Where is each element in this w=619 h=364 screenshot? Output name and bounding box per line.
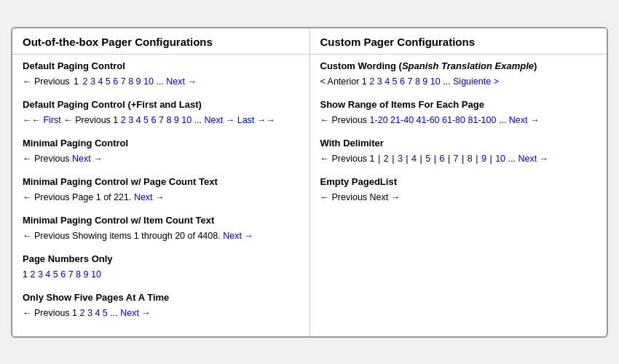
fl-page-4[interactable]: 4 bbox=[136, 115, 141, 125]
pager-minimal-itemcount: ← Previous Showing items 1 through 20 of… bbox=[23, 229, 299, 243]
fp-next-link[interactable]: Next → bbox=[120, 308, 151, 318]
pno-page-10[interactable]: 10 bbox=[91, 269, 101, 280]
del-page-6[interactable]: 6 bbox=[439, 154, 444, 164]
del-page-4[interactable]: 4 bbox=[411, 154, 417, 164]
page-link-9[interactable]: 9 bbox=[136, 76, 141, 87]
pno-page-4[interactable]: 4 bbox=[45, 269, 50, 280]
pager-minimal: ← Previous Next → bbox=[23, 151, 299, 166]
first-link[interactable]: ←← First bbox=[23, 115, 61, 125]
sp-siguiente-link[interactable]: Siguiente > bbox=[453, 76, 499, 87]
pager-spanish: < Anterior 1 2 3 4 5 6 7 8 9 10 ... Sigu… bbox=[320, 74, 597, 89]
pno-page-6[interactable]: 6 bbox=[60, 269, 66, 280]
fl-page-8[interactable]: 8 bbox=[166, 115, 171, 125]
right-column: Custom Wording (Spanish Translation Exam… bbox=[310, 55, 607, 336]
del-next-link[interactable]: Next → bbox=[518, 154, 548, 164]
mpc-next-link[interactable]: Next → bbox=[134, 192, 165, 202]
sp-page-3[interactable]: 3 bbox=[377, 76, 382, 87]
range-61-80[interactable]: 61-80 bbox=[442, 115, 465, 125]
page-link-3[interactable]: 3 bbox=[90, 76, 95, 87]
pno-page-3[interactable]: 3 bbox=[38, 269, 43, 280]
right-column-header: Custom Pager Configurations bbox=[310, 28, 607, 54]
section-title-minimal: Minimal Paging Control bbox=[23, 138, 299, 149]
pno-page-7[interactable]: 7 bbox=[68, 269, 74, 280]
section-title-range: Show Range of Items For Each Page bbox=[320, 99, 597, 110]
fl-page-5[interactable]: 5 bbox=[143, 115, 149, 125]
del-page-8[interactable]: 8 bbox=[468, 154, 473, 164]
page-link-7[interactable]: 7 bbox=[121, 76, 126, 87]
del-page-9[interactable]: 9 bbox=[481, 154, 486, 164]
section-default-paging: Default Paging Control ← Previous 1 2 3 … bbox=[23, 60, 299, 89]
page-link-5[interactable]: 5 bbox=[106, 76, 111, 87]
section-title-firstlast: Default Paging Control (+First and Last) bbox=[23, 99, 299, 110]
left-column: Default Paging Control ← Previous 1 2 3 … bbox=[12, 55, 310, 336]
fp-page-4[interactable]: 4 bbox=[95, 308, 100, 318]
page-link-4[interactable]: 4 bbox=[98, 76, 103, 87]
section-pagenumbers: Page Numbers Only 1 2 3 4 5 6 7 8 9 10 bbox=[23, 253, 299, 282]
left-column-header: Out-of-the-box Pager Configurations bbox=[12, 28, 310, 54]
section-title-minimal-pagecount: Minimal Paging Control w/ Page Count Tex… bbox=[23, 176, 299, 187]
fl-page-6[interactable]: 6 bbox=[151, 115, 157, 125]
sp-page-10[interactable]: 10 bbox=[430, 76, 441, 87]
header-row: Out-of-the-box Pager Configurations Cust… bbox=[12, 28, 607, 55]
range-41-60[interactable]: 41-60 bbox=[417, 115, 440, 125]
page-link-6[interactable]: 6 bbox=[113, 76, 118, 87]
fl-page-10[interactable]: 10 bbox=[181, 115, 192, 125]
section-range: Show Range of Items For Each Page ← Prev… bbox=[320, 99, 597, 127]
sp-page-8[interactable]: 8 bbox=[415, 76, 420, 87]
fl-page-2[interactable]: 2 bbox=[121, 115, 126, 125]
minimal-next-link[interactable]: Next → bbox=[72, 154, 103, 164]
range-21-40[interactable]: 21-40 bbox=[390, 115, 414, 125]
fl-page-7[interactable]: 7 bbox=[159, 115, 164, 125]
section-fivepages: Only Show Five Pages At A Time ← Previou… bbox=[23, 292, 299, 320]
section-title-pagenumbers: Page Numbers Only bbox=[23, 253, 299, 264]
range-next-link[interactable]: Next → bbox=[509, 115, 540, 125]
section-minimal: Minimal Paging Control ← Previous Next → bbox=[23, 138, 299, 166]
fp-page-5[interactable]: 5 bbox=[103, 308, 108, 318]
section-title-custom-wording: Custom Wording (Spanish Translation Exam… bbox=[320, 60, 597, 71]
range-81-100[interactable]: 81-100 bbox=[468, 115, 497, 125]
fl-page-3[interactable]: 3 bbox=[128, 115, 133, 125]
pager-default: ← Previous 1 2 3 4 5 6 7 8 9 10 ... Next… bbox=[23, 74, 299, 89]
pno-page-2[interactable]: 2 bbox=[30, 269, 35, 280]
pager-firstlast: ←← First ← Previous 1 2 3 4 5 6 7 8 9 10… bbox=[23, 113, 299, 127]
del-page-10[interactable]: 10 bbox=[495, 154, 505, 164]
section-title-default: Default Paging Control bbox=[23, 60, 299, 71]
section-minimal-itemcount: Minimal Paging Control w/ Item Count Tex… bbox=[23, 215, 299, 243]
pager-range: ← Previous 1-20 21-40 41-60 61-80 81-100… bbox=[320, 113, 597, 127]
section-delimiter: With Delimiter ← Previous 1 | 2 | 3 | 4 … bbox=[320, 138, 597, 166]
next-link[interactable]: Next → bbox=[166, 76, 197, 87]
mic-next-link[interactable]: Next → bbox=[223, 231, 253, 241]
pno-page-5[interactable]: 5 bbox=[53, 269, 58, 280]
range-1-20[interactable]: 1-20 bbox=[370, 115, 388, 125]
pager-empty: ← Previous Next → bbox=[320, 190, 597, 205]
page-link-10[interactable]: 10 bbox=[143, 76, 154, 87]
del-page-7[interactable]: 7 bbox=[454, 154, 459, 164]
section-custom-wording: Custom Wording (Spanish Translation Exam… bbox=[320, 60, 597, 89]
sp-page-9[interactable]: 9 bbox=[422, 76, 427, 87]
section-empty: Empty PagedList ← Previous Next → bbox=[320, 176, 597, 205]
sp-page-7[interactable]: 7 bbox=[407, 76, 412, 87]
del-page-2[interactable]: 2 bbox=[384, 154, 389, 164]
fl-next-link[interactable]: Next → bbox=[205, 115, 235, 125]
sp-page-4[interactable]: 4 bbox=[385, 76, 390, 87]
del-page-3[interactable]: 3 bbox=[398, 154, 403, 164]
main-content: Default Paging Control ← Previous 1 2 3 … bbox=[12, 55, 607, 336]
sp-page-6[interactable]: 6 bbox=[400, 76, 405, 87]
pager-minimal-pagecount: ← Previous Page 1 of 221. Next → bbox=[23, 190, 299, 205]
del-page-5[interactable]: 5 bbox=[425, 154, 430, 164]
section-title-minimal-itemcount: Minimal Paging Control w/ Item Count Tex… bbox=[23, 215, 299, 226]
section-firstlast: Default Paging Control (+First and Last)… bbox=[23, 99, 299, 127]
pno-page-8[interactable]: 8 bbox=[76, 269, 81, 280]
pno-page-9[interactable]: 9 bbox=[84, 269, 89, 280]
fp-page-2[interactable]: 2 bbox=[80, 308, 85, 318]
page-link-2[interactable]: 2 bbox=[83, 76, 88, 87]
fp-page-3[interactable]: 3 bbox=[87, 308, 92, 318]
sp-page-2[interactable]: 2 bbox=[369, 76, 374, 87]
pager-delimiter: ← Previous 1 | 2 | 3 | 4 | 5 | 6 | 7 | 8… bbox=[320, 151, 597, 166]
fl-page-9[interactable]: 9 bbox=[174, 115, 179, 125]
sp-page-5[interactable]: 5 bbox=[393, 76, 398, 87]
last-link[interactable]: Last →→ bbox=[237, 115, 275, 125]
section-minimal-pagecount: Minimal Paging Control w/ Page Count Tex… bbox=[23, 176, 299, 205]
main-container: Out-of-the-box Pager Configurations Cust… bbox=[11, 27, 608, 338]
page-link-8[interactable]: 8 bbox=[128, 76, 133, 87]
